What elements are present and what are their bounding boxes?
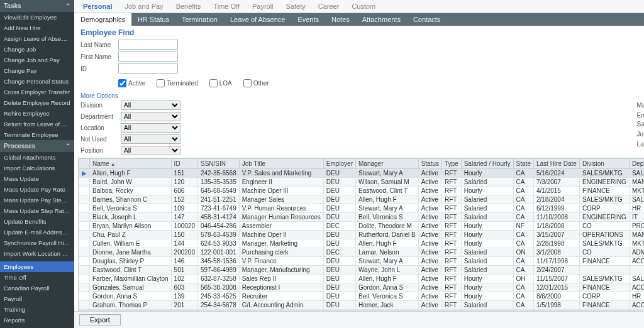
table-row[interactable]: Farber, Maximillian Clayton102632-87-325…: [79, 275, 645, 283]
position-select[interactable]: All: [121, 146, 180, 155]
active-check[interactable]: Active: [118, 79, 145, 87]
active-checkbox[interactable]: [118, 79, 126, 87]
table-row[interactable]: ▶Allen, Hugh F151242-35-6568V.P. Sales a…: [79, 169, 645, 178]
grid-header[interactable]: Name▲: [90, 159, 172, 169]
sidebar-bottom-item[interactable]: Payroll: [0, 293, 74, 304]
grid-header[interactable]: Status: [418, 159, 441, 169]
loa-checkbox[interactable]: [209, 79, 218, 87]
sidebar-item[interactable]: Return from Leave of Absence: [0, 119, 74, 129]
sidebar-bottom-item[interactable]: Canadian Payroll: [0, 283, 74, 293]
sidebar-item[interactable]: Rehire Employee: [0, 108, 74, 119]
department-select[interactable]: All: [121, 112, 180, 121]
sort-asc-icon: ▲: [111, 161, 116, 167]
sidebar-item[interactable]: Delete Employee Record: [0, 97, 74, 108]
table-row[interactable]: Black, Joseph L147458-31-4124Manager Hum…: [79, 213, 645, 222]
notused-select[interactable]: All: [121, 134, 180, 144]
table-row[interactable]: Graham, Thomas P201254-34-5678G/L Accoun…: [79, 301, 645, 310]
employee-grid[interactable]: Name▲IDSSN/SINJob TitleEmployerManagerSt…: [78, 158, 644, 311]
sidebar-item[interactable]: Global Attachments: [0, 152, 74, 163]
table-row[interactable]: Barnes, Shannon C152241-51-2251Manager S…: [79, 195, 645, 204]
sidebar-item[interactable]: Mass Update Pay Step Rate: [0, 195, 74, 205]
top-tab[interactable]: Personal: [80, 1, 114, 11]
sidebar-item[interactable]: Mass Update Pay Rate: [0, 184, 74, 195]
grid-header[interactable]: State: [513, 159, 533, 169]
panel-title: Employee Find: [80, 28, 644, 37]
sub-tab[interactable]: Events: [291, 13, 325, 26]
sidebar-item[interactable]: Terminate Employee: [0, 129, 74, 140]
sidebar-item[interactable]: Import Work Location Data: [0, 248, 74, 259]
notused-label: Not Used: [80, 136, 118, 143]
sidebar-item[interactable]: Import Calculations: [0, 163, 74, 173]
sidebar-item[interactable]: Update Benefits: [0, 216, 74, 227]
sidebar-item[interactable]: Cross Employer Transfer: [0, 87, 74, 97]
sidebar-bottom-item[interactable]: Training: [0, 304, 74, 315]
sub-tab[interactable]: Notes: [325, 13, 356, 26]
grid-header[interactable]: [79, 159, 90, 169]
top-tab[interactable]: Career: [316, 1, 342, 11]
table-row[interactable]: Douglas, Shirley P146345-58-1536V.P. Fin…: [79, 257, 645, 266]
sidebar-bottom-item[interactable]: Reports: [0, 315, 74, 325]
loa-check[interactable]: LOA: [209, 79, 232, 87]
grid-header[interactable]: SSN/SIN: [197, 159, 239, 169]
sub-tab[interactable]: Demographics: [74, 13, 131, 26]
table-row[interactable]: Cullen, William E144624-53-9033Manager, …: [79, 239, 645, 248]
table-row[interactable]: Balboa, Rocky606645-68-6549Machine Oper …: [79, 187, 645, 195]
sub-tab[interactable]: Termination: [175, 13, 224, 26]
sidebar-item[interactable]: View/Edit Employee: [0, 12, 74, 23]
sidebar-group-header[interactable]: Processes⌃: [0, 140, 74, 152]
grid-header[interactable]: ID: [171, 159, 197, 169]
table-row[interactable]: Eastwood, Clint T501597-86-4989Manager, …: [79, 266, 645, 275]
terminated-checkbox[interactable]: [157, 79, 165, 87]
first-name-input[interactable]: [118, 52, 178, 62]
sidebar-bottom-item[interactable]: Time Off: [0, 272, 74, 283]
table-row[interactable]: Gonzales, Samual603565-38-2008Receptioni…: [79, 283, 645, 292]
table-row[interactable]: Baird, John W120135-35-3535Engineer IIDE…: [79, 178, 645, 187]
table-row[interactable]: Bryan, Marilyn Alison100020046-454-286As…: [79, 222, 645, 231]
table-row[interactable]: Dionne, Jane Martha200200122-001-001Purc…: [79, 248, 645, 257]
grid-header[interactable]: Last Hire Date: [533, 159, 579, 169]
grid-header[interactable]: Type: [441, 159, 461, 169]
id-input[interactable]: [118, 63, 178, 74]
sidebar-item[interactable]: Assign Leave of Absence: [0, 33, 74, 44]
sidebar-item[interactable]: Update E-mail Addresses: [0, 227, 74, 238]
sub-tab[interactable]: Leave of Absence: [224, 13, 291, 26]
other-checkbox[interactable]: [243, 79, 252, 87]
more-options-link[interactable]: More Options: [80, 92, 644, 99]
grid-header[interactable]: Job Title: [239, 159, 323, 169]
terminated-check[interactable]: Terminated: [157, 79, 197, 87]
grid-header[interactable]: Department: [629, 159, 644, 169]
top-tab[interactable]: Job and Pay: [122, 1, 165, 11]
sub-tab[interactable]: HR Status: [131, 13, 175, 26]
sidebar-group-header[interactable]: Tasks⌃: [0, 0, 74, 12]
last-name-input[interactable]: [118, 40, 178, 50]
top-tab[interactable]: Custom: [349, 1, 378, 11]
sub-tab[interactable]: Attachments: [356, 13, 407, 26]
other-check[interactable]: Other: [243, 79, 269, 87]
sidebar-item[interactable]: Change Pay: [0, 65, 74, 76]
grid-header[interactable]: Manager: [356, 159, 419, 169]
table-row[interactable]: Chu, Paul Z150578-63-4539Machine Oper II…: [79, 231, 645, 239]
sidebar-item[interactable]: Mass Update: [0, 173, 74, 184]
sub-tab[interactable]: Contacts: [407, 13, 447, 26]
sidebar-item[interactable]: Change Job and Pay: [0, 55, 74, 65]
table-row[interactable]: Gordon, Anna S139245-33-4525RecruiterDEU…: [79, 292, 645, 301]
sidebar-item[interactable]: Change Personal Status: [0, 76, 74, 87]
sidebar-bottom-item[interactable]: Employees: [0, 261, 74, 272]
top-tab[interactable]: Safety: [284, 1, 308, 11]
sidebar-item[interactable]: Mass Update Step Rate Service: [0, 205, 74, 216]
top-tab[interactable]: Benefits: [174, 1, 204, 11]
sidebar-item[interactable]: Synchronize Payroll History: [0, 238, 74, 248]
grid-header[interactable]: Division: [579, 159, 629, 169]
sidebar-item[interactable]: Change Job: [0, 44, 74, 55]
sidebar-item[interactable]: Add New Hire: [0, 23, 74, 33]
sidebar-bottom-item[interactable]: Setup: [0, 325, 74, 328]
export-button[interactable]: Export: [79, 314, 121, 325]
location-select[interactable]: All: [121, 123, 180, 133]
top-tab[interactable]: Payroll: [250, 1, 276, 11]
top-tab[interactable]: Time Off: [211, 1, 242, 11]
grid-header[interactable]: Salaried / Hourly: [461, 159, 513, 169]
table-row[interactable]: Bell, Veronica S109723-41-6749V.P. Human…: [79, 204, 645, 213]
grid-header[interactable]: Employer: [323, 159, 355, 169]
table-row[interactable]: Haley III, John Rees100050624-771-895A/P…: [79, 310, 645, 312]
division-select[interactable]: All: [121, 101, 180, 110]
